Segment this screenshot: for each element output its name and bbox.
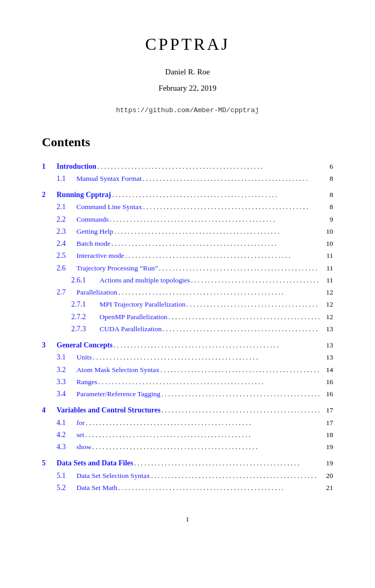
toc-page: 9 — [321, 214, 333, 225]
toc-title: show — [76, 442, 92, 452]
toc-number: 1.1 — [57, 173, 76, 184]
toc-dots: . . . . . . . . . . . . . . . . . . . . … — [143, 202, 319, 212]
toc-row[interactable]: 5.1Data Set Selection Syntax . . . . . .… — [42, 470, 333, 481]
toc-number: 2.7.3 — [71, 323, 100, 334]
toc-page: 13 — [321, 352, 333, 363]
toc-dots: . . . . . . . . . . . . . . . . . . . . … — [161, 389, 319, 399]
toc-title: Trajectory Processing “Run” — [76, 263, 158, 274]
toc-title: Atom Mask Selection Syntax — [76, 365, 160, 375]
toc-title: Interactive mode — [76, 251, 124, 261]
toc-dots: . . . . . . . . . . . . . . . . . . . . … — [191, 275, 319, 286]
toc-number: 2.6.1 — [71, 275, 100, 286]
toc-row[interactable]: 2.1Command Line Syntax . . . . . . . . .… — [42, 201, 333, 212]
toc-number: 2.6 — [57, 263, 76, 274]
toc-dots: . . . . . . . . . . . . . . . . . . . . … — [163, 324, 319, 334]
toc-row[interactable]: 4Variables and Control Structures . . . … — [42, 405, 333, 416]
toc-number: 5.2 — [57, 482, 76, 493]
toc: 1Introduction . . . . . . . . . . . . . … — [42, 161, 333, 494]
date: February 22, 2019 — [42, 82, 333, 94]
toc-title: Variables and Control Structures — [57, 405, 160, 416]
toc-row[interactable]: 2.6Trajectory Processing “Run” . . . . .… — [42, 263, 333, 274]
toc-row[interactable]: 4.2set . . . . . . . . . . . . . . . . .… — [42, 429, 333, 440]
toc-page: 11 — [321, 263, 333, 274]
toc-dots: . . . . . . . . . . . . . . . . . . . . … — [97, 161, 319, 172]
toc-row[interactable]: 2.7Parallelization . . . . . . . . . . .… — [42, 287, 333, 298]
page-title: CPPTRAJ — [42, 31, 333, 57]
toc-dots: . . . . . . . . . . . . . . . . . . . . … — [118, 483, 319, 493]
toc-number: 2.7.2 — [71, 311, 100, 322]
toc-row[interactable]: 2.7.2OpenMP Parallelization . . . . . . … — [42, 311, 333, 322]
toc-row[interactable]: 3.2Atom Mask Selection Syntax . . . . . … — [42, 364, 333, 375]
toc-row[interactable]: 2.4Batch mode . . . . . . . . . . . . . … — [42, 238, 333, 249]
toc-dots: . . . . . . . . . . . . . . . . . . . . … — [161, 365, 319, 375]
toc-dots: . . . . . . . . . . . . . . . . . . . . … — [118, 287, 319, 298]
toc-section: 5Data Sets and Data Files . . . . . . . … — [42, 458, 333, 493]
toc-title: for — [76, 418, 85, 428]
toc-dots: . . . . . . . . . . . . . . . . . . . . … — [159, 263, 319, 274]
toc-page: 11 — [321, 275, 333, 286]
toc-dots: . . . . . . . . . . . . . . . . . . . . … — [85, 430, 319, 440]
toc-dots: . . . . . . . . . . . . . . . . . . . . … — [86, 418, 319, 428]
toc-number: 4 — [42, 405, 57, 416]
toc-title: Parameter/Reference Tagging — [76, 389, 160, 399]
toc-dots: . . . . . . . . . . . . . . . . . . . . … — [112, 190, 319, 200]
toc-row[interactable]: 2.3Getting Help . . . . . . . . . . . . … — [42, 226, 333, 237]
toc-title: Introduction — [57, 161, 96, 172]
toc-dots: . . . . . . . . . . . . . . . . . . . . … — [114, 226, 319, 237]
toc-dots: . . . . . . . . . . . . . . . . . . . . … — [151, 471, 319, 481]
toc-page: 13 — [321, 340, 333, 351]
toc-row[interactable]: 3.4Parameter/Reference Tagging . . . . .… — [42, 388, 333, 399]
toc-number: 3 — [42, 340, 57, 351]
toc-row[interactable]: 3General Concepts . . . . . . . . . . . … — [42, 340, 333, 351]
toc-number: 4.3 — [57, 441, 76, 452]
toc-page: 20 — [321, 471, 333, 481]
toc-row[interactable]: 2.7.1MPI Trajectory Parallelization . . … — [42, 299, 333, 310]
toc-row[interactable]: 3.1Units . . . . . . . . . . . . . . . .… — [42, 352, 333, 363]
toc-title: Getting Help — [76, 226, 113, 237]
toc-number: 2.4 — [57, 238, 76, 249]
toc-page: 8 — [321, 190, 333, 200]
toc-title: Data Set Math — [76, 483, 117, 493]
toc-page: 14 — [321, 365, 333, 375]
toc-title: MPI Trajectory Parallelization — [100, 299, 185, 310]
toc-dots: . . . . . . . . . . . . . . . . . . . . … — [93, 352, 319, 363]
toc-row[interactable]: 5Data Sets and Data Files . . . . . . . … — [42, 458, 333, 469]
toc-row[interactable]: 4.3show . . . . . . . . . . . . . . . . … — [42, 441, 333, 452]
toc-row[interactable]: 2.5Interactive mode . . . . . . . . . . … — [42, 250, 333, 261]
toc-number: 2.5 — [57, 250, 76, 261]
toc-page: 19 — [321, 442, 333, 452]
toc-row[interactable]: 2.7.3CUDA Parallelization . . . . . . . … — [42, 323, 333, 334]
toc-section: 2Running Cpptraj . . . . . . . . . . . .… — [42, 189, 333, 334]
toc-number: 4.1 — [57, 417, 76, 428]
toc-number: 2.3 — [57, 226, 76, 237]
toc-number: 2.7.1 — [71, 299, 100, 310]
toc-row[interactable]: 1.1Manual Syntax Format . . . . . . . . … — [42, 173, 333, 184]
toc-section: 4Variables and Control Structures . . . … — [42, 405, 333, 452]
toc-section: 1Introduction . . . . . . . . . . . . . … — [42, 161, 333, 184]
toc-page: 16 — [321, 389, 333, 399]
toc-number: 5 — [42, 458, 57, 469]
toc-row[interactable]: 2Running Cpptraj . . . . . . . . . . . .… — [42, 189, 333, 200]
toc-number: 2.1 — [57, 201, 76, 212]
toc-page: 6 — [321, 161, 333, 172]
toc-dots: . . . . . . . . . . . . . . . . . . . . … — [125, 251, 319, 261]
toc-number: 2 — [42, 189, 57, 200]
toc-number: 2.7 — [57, 287, 76, 298]
toc-row[interactable]: 1Introduction . . . . . . . . . . . . . … — [42, 161, 333, 172]
toc-title: Command Line Syntax — [76, 202, 142, 212]
toc-row[interactable]: 3.3Ranges . . . . . . . . . . . . . . . … — [42, 376, 333, 387]
toc-page: 10 — [321, 238, 333, 249]
toc-title: OpenMP Parallelization — [100, 312, 168, 322]
toc-row[interactable]: 5.2Data Set Math . . . . . . . . . . . .… — [42, 482, 333, 493]
toc-page: 12 — [321, 312, 333, 322]
toc-page: 12 — [321, 287, 333, 298]
toc-title: General Concepts — [57, 340, 113, 351]
toc-title: Manual Syntax Format — [76, 173, 142, 184]
toc-page: 13 — [321, 324, 333, 334]
toc-row[interactable]: 2.2Commands . . . . . . . . . . . . . . … — [42, 214, 333, 225]
toc-title: CUDA Parallelization — [100, 324, 162, 334]
toc-row[interactable]: 4.1for . . . . . . . . . . . . . . . . .… — [42, 417, 333, 428]
toc-row[interactable]: 2.6.1Actions and multiple topologies . .… — [42, 275, 333, 286]
toc-number: 3.4 — [57, 388, 76, 399]
contents-heading: Contents — [42, 133, 333, 151]
